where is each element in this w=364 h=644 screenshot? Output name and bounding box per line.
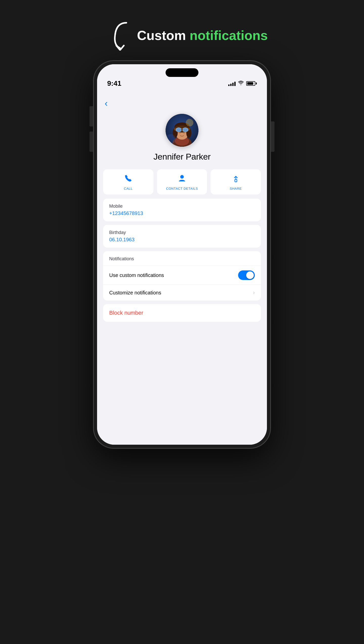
mobile-value[interactable]: +12345678913 bbox=[109, 210, 255, 216]
toggle-knob bbox=[246, 271, 254, 279]
avatar-image bbox=[166, 114, 198, 147]
custom-notifications-row: Use custom notifications bbox=[103, 266, 261, 285]
notifications-header: Notifications bbox=[103, 251, 261, 266]
arrow-icon bbox=[109, 20, 134, 51]
custom-toggle-label: Use custom notifications bbox=[109, 272, 164, 278]
birthday-card: Birthday 06.10.1963 bbox=[103, 225, 261, 248]
svg-point-15 bbox=[176, 128, 181, 132]
volume-down-button bbox=[89, 132, 93, 152]
custom-notifications-toggle[interactable] bbox=[238, 270, 255, 280]
svg-point-19 bbox=[183, 133, 185, 134]
page-wrapper: Custom notifications 9:41 bbox=[94, 20, 270, 448]
signal-icon bbox=[228, 81, 236, 86]
status-time: 9:41 bbox=[107, 79, 121, 88]
svg-point-22 bbox=[180, 175, 184, 179]
customize-notifications-row[interactable]: Customize notifications › bbox=[103, 285, 261, 300]
title-prefix: Custom notifications bbox=[137, 28, 268, 43]
svg-point-20 bbox=[186, 119, 193, 126]
header-area: Custom notifications bbox=[109, 20, 268, 51]
birthday-value: 06.10.1963 bbox=[109, 237, 255, 243]
share-button[interactable]: SHARE bbox=[211, 169, 261, 195]
svg-rect-23 bbox=[235, 179, 237, 182]
contact-details-label: CONTACT DETAILS bbox=[166, 187, 198, 190]
back-chevron-icon: ‹ bbox=[105, 98, 108, 109]
svg-rect-17 bbox=[181, 129, 183, 130]
block-number-card[interactable]: Block number bbox=[103, 304, 261, 322]
svg-point-18 bbox=[179, 133, 181, 134]
avatar bbox=[166, 114, 198, 147]
volume-up-button bbox=[89, 106, 93, 126]
app-content: ‹ bbox=[97, 91, 267, 445]
call-button[interactable]: CALL bbox=[103, 169, 153, 195]
back-button[interactable]: ‹ bbox=[97, 96, 267, 111]
birthday-label: Birthday bbox=[109, 230, 255, 235]
phone-screen: 9:41 bbox=[97, 64, 267, 445]
customize-label: Customize notifications bbox=[109, 290, 161, 296]
svg-point-16 bbox=[183, 128, 188, 132]
status-icons bbox=[228, 81, 257, 87]
share-label: SHARE bbox=[230, 187, 242, 190]
phone-frame: 9:41 bbox=[94, 61, 270, 448]
svg-point-21 bbox=[166, 134, 176, 144]
contact-name: Jennifer Parker bbox=[153, 152, 211, 162]
power-button bbox=[271, 121, 275, 152]
action-buttons-row: CALL CONTACT DETAILS bbox=[97, 169, 267, 199]
mobile-label: Mobile bbox=[109, 204, 255, 209]
arrow-container bbox=[109, 20, 134, 51]
call-label: CALL bbox=[124, 187, 133, 190]
mobile-card: Mobile +12345678913 bbox=[103, 199, 261, 221]
notifications-card: Notifications Use custom notifications C… bbox=[103, 251, 261, 300]
person-icon bbox=[178, 174, 186, 184]
block-number-label: Block number bbox=[109, 310, 143, 316]
page-title: Custom notifications bbox=[137, 28, 268, 43]
chevron-right-icon: › bbox=[253, 289, 255, 296]
title-highlight: notifications bbox=[190, 28, 268, 43]
dynamic-island bbox=[166, 68, 198, 77]
contact-details-button[interactable]: CONTACT DETAILS bbox=[157, 169, 207, 195]
wifi-icon bbox=[238, 81, 244, 87]
phone-icon bbox=[124, 174, 132, 184]
contact-header: Jennifer Parker bbox=[97, 111, 267, 169]
share-icon bbox=[232, 174, 240, 184]
battery-icon bbox=[246, 81, 257, 86]
